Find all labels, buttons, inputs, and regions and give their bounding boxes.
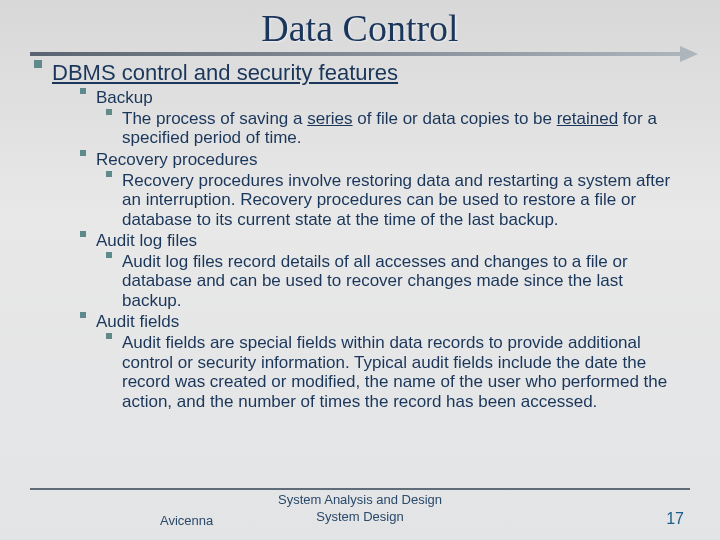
content-area: DBMS control and security features Backu… xyxy=(0,60,720,411)
sub-text: Audit fields are special fields within d… xyxy=(122,333,678,411)
item-label: Audit fields xyxy=(96,312,179,332)
list-item: Backup The process of saving a series of… xyxy=(80,88,678,148)
bullet-icon xyxy=(34,60,42,68)
item-label: Backup xyxy=(96,88,153,108)
heading-row: DBMS control and security features xyxy=(34,60,678,86)
sub-text: The process of saving a series of file o… xyxy=(122,109,678,148)
sub-item: The process of saving a series of file o… xyxy=(106,109,678,148)
bullet-icon xyxy=(106,333,112,339)
bullet-icon xyxy=(106,252,112,258)
sub-item: Audit log files record details of all ac… xyxy=(106,252,678,311)
footer-line1: System Analysis and Design xyxy=(0,492,720,509)
list-item: Recovery procedures Recovery procedures … xyxy=(80,150,678,229)
bullet-icon xyxy=(106,171,112,177)
bullet-icon xyxy=(80,231,86,237)
title-rule-arrow xyxy=(30,52,690,56)
bullet-icon xyxy=(80,150,86,156)
bullet-icon xyxy=(80,312,86,318)
item-label: Audit log files xyxy=(96,231,197,251)
page-number: 17 xyxy=(666,510,684,528)
footer-rule xyxy=(30,488,690,490)
footer-line2: System Design xyxy=(0,509,720,526)
list-item: Audit log files Audit log files record d… xyxy=(80,231,678,310)
footer: System Analysis and Design System Design… xyxy=(0,492,720,532)
sub-text: Audit log files record details of all ac… xyxy=(122,252,678,311)
sub-item: Audit fields are special fields within d… xyxy=(106,333,678,411)
slide-title: Data Control xyxy=(0,0,720,50)
item-list: Backup The process of saving a series of… xyxy=(80,88,678,411)
footer-center: System Analysis and Design System Design xyxy=(0,492,720,526)
bullet-icon xyxy=(80,88,86,94)
list-item: Audit fields Audit fields are special fi… xyxy=(80,312,678,411)
footer-left: Avicenna xyxy=(160,513,213,528)
heading-text: DBMS control and security features xyxy=(52,60,398,86)
sub-item: Recovery procedures involve restoring da… xyxy=(106,171,678,230)
item-label: Recovery procedures xyxy=(96,150,258,170)
sub-text: Recovery procedures involve restoring da… xyxy=(122,171,678,230)
bullet-icon xyxy=(106,109,112,115)
